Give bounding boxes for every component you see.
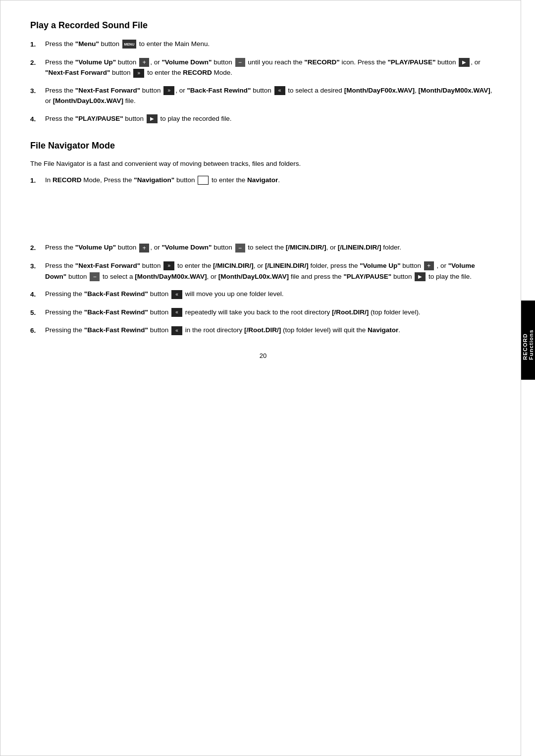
section2-list: In RECORD Mode, Press the "Navigation" b… bbox=[30, 175, 496, 186]
bold-text: [Month/DayL00x.WAV] bbox=[218, 273, 289, 280]
bold-text: [/Root.DIR/] bbox=[332, 308, 369, 316]
bold-text: [/Root.DIR/] bbox=[244, 326, 281, 334]
list-item: Press the "Volume Up" button +, or "Volu… bbox=[30, 57, 496, 78]
page-container: Play a Recorded Sound File Press the "Me… bbox=[0, 0, 535, 756]
list-item: Press the "Next-Fast Forward" button » t… bbox=[30, 260, 496, 282]
play-pause-icon: ▶ bbox=[147, 114, 158, 123]
volume-up-icon: + bbox=[424, 261, 434, 270]
bold-text: "Back-Fast Rewind" bbox=[84, 308, 148, 316]
bold-text: "Back-Fast Rewind" bbox=[84, 326, 148, 334]
bold-text: "PLAY/PAUSE" bbox=[387, 58, 435, 66]
navigation-button-icon bbox=[198, 176, 209, 185]
rewind-icon: « bbox=[171, 308, 182, 317]
bold-text: "PLAY/PAUSE" bbox=[343, 273, 391, 280]
bold-text: "Next-Fast Forward" bbox=[45, 69, 110, 76]
bold-text: [Month/DayL00x.WAV] bbox=[53, 97, 123, 104]
rewind-icon: « bbox=[171, 326, 182, 335]
bold-text: Navigator bbox=[247, 176, 278, 184]
section2-intro: The File Navigator is a fast and conveni… bbox=[30, 159, 496, 169]
bold-text: "Volume Up" bbox=[75, 58, 116, 66]
list-item-content: In RECORD Mode, Press the "Navigation" b… bbox=[45, 175, 496, 186]
fast-forward-icon: » bbox=[163, 261, 174, 270]
list-item: In RECORD Mode, Press the "Navigation" b… bbox=[30, 175, 496, 186]
fast-forward-icon: » bbox=[133, 69, 144, 78]
list-item-content: Pressing the "Back-Fast Rewind" button «… bbox=[45, 289, 496, 300]
spacer bbox=[30, 193, 496, 242]
sidebar-label: RECORD Functions bbox=[522, 320, 534, 360]
list-item: Press the "Volume Up" button +, or "Volu… bbox=[30, 242, 496, 253]
list-item: Press the "Menu" button MENU to enter th… bbox=[30, 39, 496, 50]
page-number: 20 bbox=[30, 352, 496, 359]
list-item-content: Press the "PLAY/PAUSE" button ▶ to play … bbox=[45, 113, 496, 124]
list-item-content: Press the "Volume Up" button +, or "Volu… bbox=[45, 57, 496, 78]
bold-text: "Menu" bbox=[75, 40, 99, 48]
bold-text: RECORD bbox=[53, 176, 82, 184]
play-pause-icon: ▶ bbox=[415, 272, 426, 281]
bold-text: "Back-Fast Rewind" bbox=[84, 290, 148, 298]
bold-text: "Volume Up" bbox=[360, 262, 400, 269]
bold-text: "Navigation" bbox=[134, 176, 174, 184]
bold-text: "Back-Fast Rewind" bbox=[187, 87, 251, 94]
bold-text: [/LINEIN.DIR/] bbox=[265, 262, 309, 269]
bold-text: "Volume Down" bbox=[161, 58, 212, 66]
section-play-recorded: Play a Recorded Sound File Press the "Me… bbox=[30, 20, 496, 125]
list-item: Pressing the "Back-Fast Rewind" button «… bbox=[30, 325, 496, 336]
volume-down-icon: − bbox=[235, 244, 245, 252]
section1-list: Press the "Menu" button MENU to enter th… bbox=[30, 39, 496, 125]
bold-text: "RECORD" bbox=[304, 58, 339, 66]
list-item: Pressing the "Back-Fast Rewind" button «… bbox=[30, 307, 496, 318]
list-item-content: Press the "Next-Fast Forward" button », … bbox=[45, 85, 496, 106]
list-item-content: Pressing the "Back-Fast Rewind" button «… bbox=[45, 325, 496, 336]
bold-text: "Next-Fast Forward" bbox=[75, 262, 140, 269]
section2-title: File Navigator Mode bbox=[30, 141, 496, 151]
rewind-icon: « bbox=[274, 86, 285, 95]
list-item-content: Press the "Menu" button MENU to enter th… bbox=[45, 39, 496, 50]
list-item-content: Press the "Next-Fast Forward" button » t… bbox=[45, 260, 496, 282]
play-pause-icon: ▶ bbox=[459, 58, 470, 67]
section2-list-continued: Press the "Volume Up" button +, or "Volu… bbox=[30, 242, 496, 336]
bold-text: Navigator bbox=[368, 326, 398, 334]
bold-text: "Next-Fast Forward" bbox=[75, 87, 140, 94]
bold-text: "PLAY/PAUSE" bbox=[75, 115, 123, 122]
bold-text: [Month/DayF00x.WAV] bbox=[344, 87, 415, 94]
volume-down-icon: − bbox=[235, 58, 245, 67]
bold-text: [/MICIN.DIR/] bbox=[213, 262, 254, 269]
bold-text: [/MICIN.DIR/] bbox=[286, 244, 326, 251]
main-content: Play a Recorded Sound File Press the "Me… bbox=[0, 0, 521, 756]
volume-down-icon: − bbox=[90, 272, 100, 281]
list-item: Press the "Next-Fast Forward" button », … bbox=[30, 85, 496, 106]
sidebar-tab: RECORD Functions bbox=[521, 301, 535, 380]
section1-title: Play a Recorded Sound File bbox=[30, 20, 496, 31]
volume-up-icon: + bbox=[139, 244, 149, 252]
fast-forward-icon: » bbox=[163, 86, 174, 95]
bold-text: [Month/DayM00x.WAV] bbox=[418, 87, 490, 94]
section-file-navigator: File Navigator Mode The File Navigator i… bbox=[30, 141, 496, 336]
list-item: Pressing the "Back-Fast Rewind" button «… bbox=[30, 289, 496, 300]
list-item-content: Press the "Volume Up" button +, or "Volu… bbox=[45, 242, 496, 253]
bold-text: [/LINEIN.DIR/] bbox=[338, 244, 381, 251]
list-item: Press the "PLAY/PAUSE" button ▶ to play … bbox=[30, 113, 496, 125]
rewind-icon: « bbox=[171, 290, 182, 299]
bold-text: [Month/DayM00x.WAV] bbox=[135, 273, 207, 280]
bold-text: RECORD bbox=[183, 69, 212, 76]
volume-up-icon: + bbox=[139, 58, 149, 67]
bold-text: "Volume Down" bbox=[161, 244, 212, 251]
bold-text: "Volume Up" bbox=[75, 244, 116, 251]
menu-button-icon: MENU bbox=[122, 40, 136, 49]
list-item-content: Pressing the "Back-Fast Rewind" button «… bbox=[45, 307, 496, 318]
